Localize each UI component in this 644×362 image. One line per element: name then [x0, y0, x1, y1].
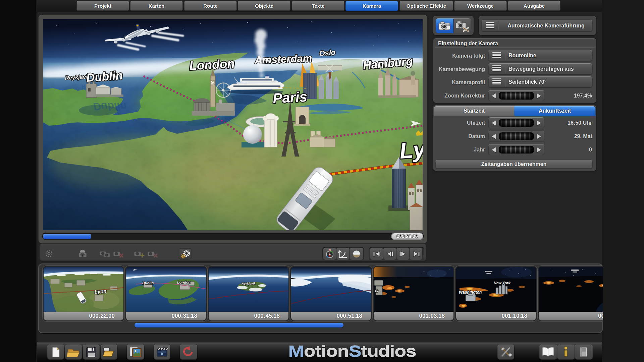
- svg-text:New York: New York: [494, 281, 511, 285]
- svg-text:N: N: [329, 248, 331, 252]
- svg-text:London: London: [177, 280, 191, 284]
- svg-text:Reykjavi: Reykjavi: [65, 73, 88, 81]
- svg-text:Washington: Washington: [459, 290, 482, 295]
- svg-text:Lyon: Lyon: [94, 288, 107, 295]
- svg-text:rk: rk: [375, 289, 378, 293]
- svg-text:Dublin: Dublin: [142, 281, 154, 285]
- svg-text:Oslo: Oslo: [319, 48, 336, 58]
- svg-text:Reykjavik: Reykjavik: [241, 282, 256, 285]
- svg-text:Dublin: Dublin: [86, 68, 123, 84]
- svg-text:London: London: [189, 57, 235, 73]
- svg-text:Paris: Paris: [272, 89, 308, 106]
- svg-text:Ly: Ly: [399, 137, 423, 163]
